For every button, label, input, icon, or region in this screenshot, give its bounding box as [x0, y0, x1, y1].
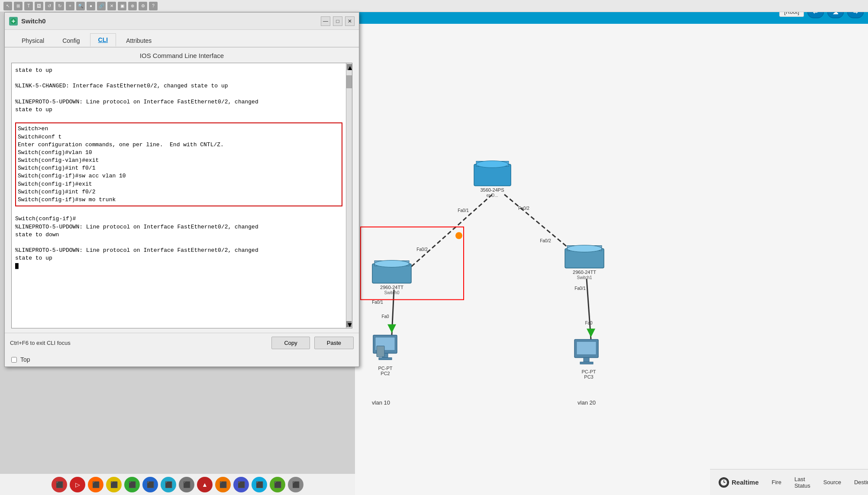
- device-icon-8[interactable]: ▲: [197, 477, 213, 492]
- dialog-title-bar: Switch0 — □ ✕: [5, 13, 359, 30]
- device-icon-7[interactable]: ⬛: [179, 477, 194, 492]
- toolbar-node-icon[interactable]: ●: [87, 2, 95, 10]
- toolbar-undo-icon[interactable]: ↺: [45, 2, 54, 10]
- section-title: IOS Command Line Interface: [11, 52, 352, 59]
- device-pc2-label1: PC-PT: [378, 366, 393, 371]
- network-area: [Root] ↩ ☁ ↪: [355, 0, 868, 495]
- top-checkbox-label: Top: [20, 356, 30, 363]
- toolbar-delete-icon[interactable]: ✕: [107, 2, 116, 10]
- toolbar-search-icon[interactable]: 🔍: [76, 2, 85, 10]
- device-icon-11[interactable]: ⬛: [252, 477, 267, 492]
- toolbar-image-icon[interactable]: 🖼: [35, 2, 43, 10]
- toolbar-redo-icon[interactable]: ↻: [55, 2, 64, 10]
- device-pc2[interactable]: PC-PT PC2 Fa0: [373, 314, 397, 376]
- copy-button[interactable]: Copy: [271, 337, 310, 349]
- svg-rect-15: [379, 358, 392, 360]
- port-label-fa02-multilayer: Fa0/2: [518, 206, 529, 211]
- device-icon-1[interactable]: ▷: [70, 477, 85, 492]
- arrow-switch0-pc2: [387, 325, 396, 333]
- bottom-bar: Ctrl+F6 to exit CLI focus Copy Paste: [5, 333, 359, 353]
- toolbar-settings-icon[interactable]: ⚙: [139, 2, 147, 10]
- device-icon-9[interactable]: ⬛: [215, 477, 231, 492]
- svg-point-8: [374, 260, 409, 267]
- toolbar-plus-icon[interactable]: +: [66, 2, 74, 10]
- device-multilayer[interactable]: 3560-24PS er D... Fa0/1 Fa0/2: [458, 161, 529, 213]
- tab-cli[interactable]: CLI: [90, 33, 116, 47]
- dialog-icon: [9, 17, 18, 26]
- device-switch1-label2: Switch1: [577, 275, 592, 280]
- terminal-cmd-text: Switch>en Switch#conf t Enter configurat…: [18, 125, 224, 203]
- device-multilayer-label2: er D...: [486, 193, 498, 198]
- toolbar-link-icon[interactable]: 🔗: [97, 2, 106, 10]
- device-icon-0[interactable]: ⬛: [52, 477, 67, 492]
- svg-point-5: [476, 161, 508, 168]
- device-toolbar: ⬛ ▷ ⬛ ⬛ ⬛ ⬛ ⬛ ⬛ ▲ ⬛ ⬛ ⬛ ⬛ ⬛: [0, 473, 355, 495]
- toolbar-text-icon[interactable]: T: [24, 2, 33, 10]
- device-pc3-label2: PC3: [584, 374, 593, 379]
- port-label-fa0-pc2: Fa0: [381, 314, 389, 319]
- arrow-switch1-pc3: [587, 329, 595, 338]
- tab-config[interactable]: Config: [54, 34, 88, 47]
- scroll-down-arrow[interactable]: ▼: [346, 321, 352, 327]
- tab-physical[interactable]: Physical: [13, 34, 52, 47]
- app-toolbar: ↖ ⊞ T 🖼 ↺ ↻ + 🔍 ● 🔗 ✕ ▣ ⊕ ⚙ ?: [0, 0, 868, 12]
- terminal-container[interactable]: state to up %LINK-5-CHANGED: Interface F…: [11, 63, 352, 328]
- device-icon-13[interactable]: ⬛: [288, 477, 303, 492]
- window-controls: — □ ✕: [321, 16, 355, 26]
- svg-rect-19: [584, 358, 589, 362]
- clock-icon: [719, 477, 729, 488]
- device-switch0[interactable]: 2960-24TT Switch0 Fa0/1 Fa0/2: [372, 247, 428, 305]
- device-icon-4[interactable]: ⬛: [124, 477, 140, 492]
- svg-rect-20: [580, 362, 593, 364]
- toolbar-grid-icon[interactable]: ⊞: [14, 2, 23, 10]
- device-icon-12[interactable]: ⬛: [270, 477, 285, 492]
- device-switch1-label1: 2960-24TT: [573, 270, 596, 275]
- network-svg: 3560-24PS er D... Fa0/1 Fa0/2 2960-24TT …: [355, 24, 868, 469]
- link-dot-switch0: [455, 232, 462, 239]
- destination-column: Destination: [854, 479, 868, 485]
- port-label-fa0-pc3: Fa0: [585, 321, 593, 325]
- tab-bar: Physical Config CLI Attributes: [5, 30, 359, 48]
- dialog-title: Switch0: [21, 17, 321, 25]
- port-label-fa01-switch0: Fa0/1: [372, 300, 383, 305]
- terminal-scrollbar[interactable]: ▲ ▼: [346, 63, 352, 328]
- tab-attributes[interactable]: Attributes: [118, 34, 160, 47]
- last-status-column: Last Status: [794, 476, 810, 489]
- device-icon-10[interactable]: ⬛: [233, 477, 249, 492]
- toolbar-arrow-icon[interactable]: ↖: [3, 2, 12, 10]
- network-diagram: 3560-24PS er D... Fa0/1 Fa0/2 2960-24TT …: [355, 24, 868, 469]
- fire-column: Fire: [772, 479, 781, 485]
- realtime-label: Realtime: [732, 479, 759, 486]
- svg-point-11: [567, 245, 602, 252]
- device-icon-5[interactable]: ⬛: [142, 477, 158, 492]
- device-icon-6[interactable]: ⬛: [161, 477, 176, 492]
- minimize-button[interactable]: —: [321, 16, 330, 26]
- device-icon-3[interactable]: ⬛: [106, 477, 122, 492]
- cli-hint-text: Ctrl+F6 to exit CLI focus: [10, 340, 267, 346]
- toolbar-help-icon[interactable]: ?: [149, 2, 158, 10]
- device-multilayer-label1: 3560-24PS: [480, 187, 504, 193]
- device-switch0-label2: Switch0: [384, 290, 399, 295]
- link-multilayer-switch0: [405, 195, 492, 273]
- port-label-fa01-switch1: Fa0/1: [574, 286, 586, 291]
- port-label-fa02-switch0: Fa0/2: [416, 247, 428, 252]
- terminal-text-bottom: Switch(config-if)# %LINEPROTO-5-UPDOWN: …: [15, 215, 258, 261]
- port-label-fa01-multilayer: Fa0/1: [458, 208, 469, 213]
- device-switch0-label1: 2960-24TT: [380, 285, 403, 290]
- scrollbar-thumb[interactable]: [346, 75, 352, 88]
- scroll-up-arrow[interactable]: ▲: [347, 64, 352, 70]
- maximize-button[interactable]: □: [333, 16, 342, 26]
- paste-button[interactable]: Paste: [314, 337, 354, 349]
- device-switch1[interactable]: 2960-24TT Switch1 Fa0/1 Fa0/2: [540, 238, 604, 291]
- toolbar-select-icon[interactable]: ▣: [118, 2, 126, 10]
- top-checkbox[interactable]: [11, 357, 17, 363]
- device-pc2-label2: PC2: [381, 371, 390, 376]
- dialog-content: IOS Command Line Interface state to up %…: [5, 48, 359, 333]
- terminal-text-top: state to up %LINK-5-CHANGED: Interface F…: [15, 67, 258, 113]
- vlan20-label: vlan 20: [578, 399, 596, 406]
- device-icon-2[interactable]: ⬛: [88, 477, 103, 492]
- realtime-section: Realtime: [719, 477, 759, 488]
- close-button[interactable]: ✕: [345, 16, 355, 26]
- terminal-output[interactable]: state to up %LINK-5-CHANGED: Interface F…: [12, 63, 346, 328]
- toolbar-zoom-icon[interactable]: ⊕: [128, 2, 137, 10]
